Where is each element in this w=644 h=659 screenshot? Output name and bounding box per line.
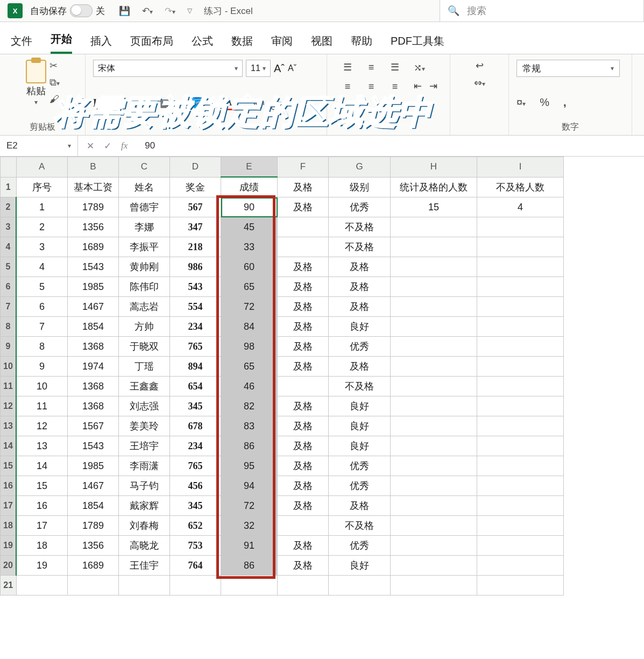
cell-I15[interactable] bbox=[477, 456, 564, 476]
cell-D9[interactable]: 765 bbox=[170, 337, 221, 357]
cell-C6[interactable]: 陈伟印 bbox=[119, 277, 170, 297]
cell-I20[interactable] bbox=[477, 556, 564, 576]
col-header-A[interactable]: A bbox=[16, 157, 68, 178]
cell-A10[interactable]: 9 bbox=[16, 357, 68, 377]
row-header-4[interactable]: 4 bbox=[1, 237, 17, 257]
align-top-icon[interactable]: ☰ bbox=[343, 61, 352, 73]
col-header-B[interactable]: B bbox=[68, 157, 119, 178]
fill-color-button[interactable]: 🪣▾ bbox=[190, 96, 210, 109]
cell-I9[interactable] bbox=[477, 337, 564, 357]
cell-A13[interactable]: 12 bbox=[16, 416, 68, 436]
cell-A19[interactable]: 18 bbox=[16, 536, 68, 556]
cell-D11[interactable]: 654 bbox=[170, 377, 221, 396]
merge-cells-icon[interactable]: ⇔▾ bbox=[474, 77, 485, 89]
cell-E21[interactable] bbox=[221, 576, 278, 596]
cell-G19[interactable]: 优秀 bbox=[329, 536, 391, 556]
cell-H4[interactable] bbox=[391, 237, 477, 257]
cell-H11[interactable] bbox=[391, 377, 477, 396]
cell-D18[interactable]: 652 bbox=[170, 516, 221, 536]
cell-H20[interactable] bbox=[391, 556, 477, 576]
cell-H7[interactable] bbox=[391, 297, 477, 317]
cell-G20[interactable]: 良好 bbox=[329, 556, 391, 576]
col-header-F[interactable]: F bbox=[278, 157, 329, 178]
cell-C18[interactable]: 刘春梅 bbox=[119, 516, 170, 536]
cell-F18[interactable] bbox=[278, 516, 329, 536]
formula-value[interactable]: 90 bbox=[136, 140, 155, 151]
cell-E2[interactable]: 90 bbox=[221, 197, 278, 217]
cell-I11[interactable] bbox=[477, 377, 564, 396]
cell-D1[interactable]: 奖金 bbox=[170, 177, 221, 197]
copy-icon[interactable]: ⧉▾ bbox=[49, 77, 60, 88]
row-header-10[interactable]: 10 bbox=[1, 357, 17, 377]
confirm-formula-icon[interactable]: ✓ bbox=[104, 140, 111, 152]
cell-F7[interactable]: 及格 bbox=[278, 297, 329, 317]
cell-C21[interactable] bbox=[119, 576, 170, 596]
cell-B4[interactable]: 1689 bbox=[68, 237, 119, 257]
cell-F17[interactable]: 及格 bbox=[278, 496, 329, 516]
col-header-H[interactable]: H bbox=[391, 157, 477, 178]
cell-F8[interactable]: 及格 bbox=[278, 317, 329, 337]
cell-B14[interactable]: 1543 bbox=[68, 436, 119, 456]
cell-D2[interactable]: 567 bbox=[170, 197, 221, 217]
cell-I16[interactable] bbox=[477, 476, 564, 496]
cell-E3[interactable]: 45 bbox=[221, 217, 278, 237]
cell-G7[interactable]: 及格 bbox=[329, 297, 391, 317]
row-header-7[interactable]: 7 bbox=[1, 297, 17, 317]
cell-B3[interactable]: 1356 bbox=[68, 217, 119, 237]
cell-A7[interactable]: 6 bbox=[16, 297, 68, 317]
decrease-font-icon[interactable]: Aˇ bbox=[288, 63, 296, 73]
cell-C12[interactable]: 刘志强 bbox=[119, 396, 170, 416]
row-header-8[interactable]: 8 bbox=[1, 317, 17, 337]
cell-D15[interactable]: 765 bbox=[170, 456, 221, 476]
row-header-5[interactable]: 5 bbox=[1, 257, 17, 277]
cell-I21[interactable] bbox=[477, 576, 564, 596]
cell-H6[interactable] bbox=[391, 277, 477, 297]
bold-button[interactable]: B bbox=[93, 97, 100, 109]
cell-B5[interactable]: 1543 bbox=[68, 257, 119, 277]
cell-D12[interactable]: 345 bbox=[170, 396, 221, 416]
row-header-17[interactable]: 17 bbox=[1, 496, 17, 516]
cell-E19[interactable]: 91 bbox=[221, 536, 278, 556]
cell-B10[interactable]: 1974 bbox=[68, 357, 119, 377]
cell-H17[interactable] bbox=[391, 496, 477, 516]
align-left-icon[interactable]: ≡ bbox=[345, 81, 351, 93]
decrease-indent-icon[interactable]: ⇤ bbox=[414, 80, 422, 92]
cell-E4[interactable]: 33 bbox=[221, 237, 278, 257]
cell-E20[interactable]: 86 bbox=[221, 556, 278, 576]
cell-I13[interactable] bbox=[477, 416, 564, 436]
cell-C14[interactable]: 王培宇 bbox=[119, 436, 170, 456]
underline-button[interactable]: U▾ bbox=[132, 97, 146, 109]
tab-insert[interactable]: 插入 bbox=[90, 34, 112, 54]
cell-C13[interactable]: 姜美玲 bbox=[119, 416, 170, 436]
cell-A16[interactable]: 15 bbox=[16, 476, 68, 496]
row-header-6[interactable]: 6 bbox=[1, 277, 17, 297]
cut-icon[interactable]: ✂ bbox=[49, 60, 60, 72]
cell-F9[interactable]: 及格 bbox=[278, 337, 329, 357]
cancel-formula-icon[interactable]: ✕ bbox=[87, 140, 94, 152]
tab-formulas[interactable]: 公式 bbox=[192, 34, 213, 54]
cell-G10[interactable]: 及格 bbox=[329, 357, 391, 377]
cell-D10[interactable]: 894 bbox=[170, 357, 221, 377]
cell-D8[interactable]: 234 bbox=[170, 317, 221, 337]
row-header-9[interactable]: 9 bbox=[1, 337, 17, 357]
cell-A14[interactable]: 13 bbox=[16, 436, 68, 456]
cell-I1[interactable]: 不及格人数 bbox=[477, 177, 564, 197]
percent-icon[interactable]: % bbox=[540, 96, 549, 109]
cell-I6[interactable] bbox=[477, 277, 564, 297]
cell-F2[interactable]: 及格 bbox=[278, 197, 329, 217]
redo-icon[interactable]: ↷▾ bbox=[165, 5, 175, 17]
cell-A8[interactable]: 7 bbox=[16, 317, 68, 337]
cell-E12[interactable]: 82 bbox=[221, 396, 278, 416]
cell-H12[interactable] bbox=[391, 396, 477, 416]
row-header-18[interactable]: 18 bbox=[1, 516, 17, 536]
cell-G12[interactable]: 良好 bbox=[329, 396, 391, 416]
cell-A11[interactable]: 10 bbox=[16, 377, 68, 396]
cell-C3[interactable]: 李娜 bbox=[119, 217, 170, 237]
spreadsheet[interactable]: ABCDEFGHI1序号基本工资姓名奖金成绩及格级别统计及格的人数不及格人数21… bbox=[0, 157, 644, 596]
cell-G16[interactable]: 优秀 bbox=[329, 476, 391, 496]
cell-B7[interactable]: 1467 bbox=[68, 297, 119, 317]
select-all-corner[interactable] bbox=[1, 157, 17, 178]
row-header-12[interactable]: 12 bbox=[1, 396, 17, 416]
cell-B19[interactable]: 1356 bbox=[68, 536, 119, 556]
cell-B2[interactable]: 1789 bbox=[68, 197, 119, 217]
